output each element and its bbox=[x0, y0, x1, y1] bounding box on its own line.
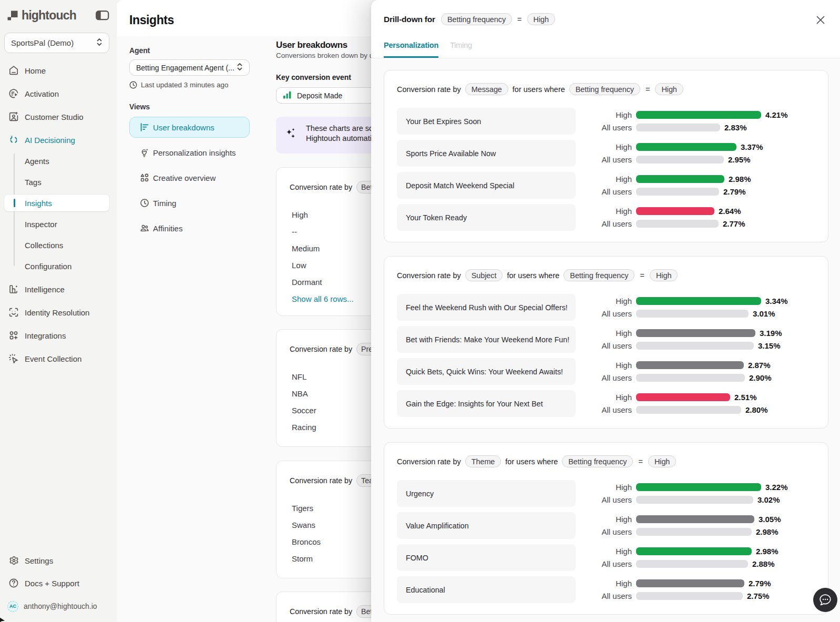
bar-series-label: All users bbox=[593, 405, 632, 414]
bar-series-label: High bbox=[593, 329, 632, 338]
bar-value: 3.05% bbox=[759, 515, 781, 524]
filter-value-pill[interactable]: High bbox=[648, 455, 676, 467]
sidebar-item-label: Intelligence bbox=[25, 285, 65, 294]
filter-value-pill[interactable]: High bbox=[650, 269, 678, 281]
sidebar-item-label: Inspector bbox=[25, 220, 57, 229]
sidebar-item-collections[interactable]: Collections bbox=[4, 237, 109, 253]
view-item-label: User breakdowns bbox=[153, 123, 214, 132]
drilldown-card: Conversion rate byThemefor users whereBe… bbox=[384, 442, 828, 615]
bar-value: 2.79% bbox=[749, 579, 771, 588]
bar-light bbox=[636, 310, 749, 318]
card-title-prefix: Conversion rate by bbox=[397, 271, 461, 280]
account-menu[interactable]: ACanthony@hightouch.io bbox=[4, 597, 109, 616]
bar-series-label: High bbox=[593, 483, 632, 492]
breakdowns-subtitle: Conversions broken down by user bbox=[276, 52, 383, 59]
sidebar-item-docs-support[interactable]: Docs + Support bbox=[4, 574, 109, 593]
dimension-pill[interactable]: Theme bbox=[465, 455, 501, 467]
bar-value: 2.98% bbox=[729, 175, 751, 183]
account-email: anthony@hightouch.io bbox=[24, 602, 97, 610]
sparkles-icon bbox=[285, 128, 297, 142]
filter-field-pill[interactable]: Betting frequency bbox=[564, 269, 634, 281]
bar-value: 2.95% bbox=[728, 155, 751, 164]
filter-value-pill[interactable]: High bbox=[655, 83, 683, 95]
bar-light bbox=[636, 124, 720, 131]
filter-value-pill: High bbox=[527, 13, 555, 25]
sidebar-item-label: Home bbox=[25, 66, 46, 75]
sidebar-item-tags[interactable]: Tags bbox=[4, 174, 109, 190]
sidebar-item-event-collection[interactable]: Event Collection bbox=[4, 349, 109, 368]
view-item-user-breakdowns[interactable]: User breakdowns bbox=[129, 117, 250, 138]
drilldown-drawer: Drill-down for Betting frequency = High … bbox=[371, 0, 840, 622]
bar-green bbox=[636, 483, 761, 491]
sidebar-item-customer-studio[interactable]: Customer Studio bbox=[4, 107, 109, 126]
bar-gray bbox=[636, 579, 744, 587]
help-icon bbox=[8, 578, 19, 588]
integrations-icon bbox=[8, 330, 19, 341]
close-icon[interactable] bbox=[816, 15, 825, 25]
bar-value: 2.98% bbox=[756, 527, 778, 536]
sidebar-item-label: Agents bbox=[25, 157, 49, 166]
card-title: Conversion rate by bbox=[290, 183, 352, 191]
sidebar-item-configuration[interactable]: Configuration bbox=[4, 258, 109, 274]
sidebar-item-activation[interactable]: Activation bbox=[4, 84, 109, 103]
bar-value: 3.01% bbox=[753, 309, 775, 318]
sidebar-item-ai-decisioning[interactable]: AI Decisioning bbox=[4, 130, 109, 149]
bar-green bbox=[636, 143, 736, 151]
bar-value: 3.02% bbox=[757, 495, 780, 504]
card-title: Conversion rate by bbox=[290, 476, 352, 485]
sidebar-item-intelligence[interactable]: Intelligence bbox=[4, 280, 109, 299]
sidebar-item-insights[interactable]: Insights bbox=[4, 195, 109, 211]
view-item-affinities[interactable]: Affinities bbox=[129, 218, 250, 239]
sidebar-item-settings[interactable]: Settings bbox=[4, 551, 109, 570]
bar-light bbox=[636, 374, 745, 382]
sidebar-item-label: Tags bbox=[25, 178, 42, 187]
bar-value: 2.79% bbox=[723, 187, 746, 196]
drilldown-row: Gain the Edge: Insights for Your Next Be… bbox=[397, 390, 828, 417]
sidebar-item-integrations[interactable]: Integrations bbox=[4, 326, 109, 345]
sidebar-item-agents[interactable]: Agents bbox=[4, 152, 109, 169]
bar-series-label: All users bbox=[593, 495, 632, 504]
bar-series-label: All users bbox=[593, 373, 632, 382]
bar-series-label: All users bbox=[593, 592, 632, 600]
view-item-timing[interactable]: Timing bbox=[129, 192, 250, 213]
sidebar-item-identity-resolution[interactable]: Identity Resolution bbox=[4, 303, 109, 322]
card-title: Conversion rate by bbox=[290, 345, 352, 353]
chat-bubble-button[interactable] bbox=[813, 588, 837, 612]
equals-sign: = bbox=[638, 457, 642, 466]
filter-field-pill[interactable]: Betting frequency bbox=[562, 455, 633, 467]
breakdowns-title: User breakdowns bbox=[276, 40, 347, 50]
gear-icon bbox=[8, 555, 19, 566]
key-conversion-event-value: Deposit Made bbox=[297, 91, 342, 100]
bar-light bbox=[636, 156, 724, 164]
sidebar-item-label: Configuration bbox=[25, 262, 71, 271]
dimension-pill[interactable]: Subject bbox=[465, 269, 503, 281]
bar-value: 2.83% bbox=[724, 123, 747, 132]
sidebar-item-home[interactable]: Home bbox=[4, 61, 109, 80]
view-item-personalization-insights[interactable]: Personalization insights bbox=[129, 142, 250, 163]
bar-series-label: High bbox=[593, 547, 632, 556]
mouse-cursor bbox=[0, 615, 6, 622]
sidebar-item-inspector[interactable]: Inspector bbox=[4, 216, 109, 232]
view-item-creative-overview[interactable]: Creative overview bbox=[129, 167, 250, 188]
bar-light bbox=[636, 528, 752, 536]
drilldown-row: UrgencyHigh3.22%All users3.02% bbox=[397, 480, 828, 507]
dimension-pill[interactable]: Message bbox=[465, 83, 508, 95]
bar-value: 3.34% bbox=[765, 297, 788, 305]
chevron-updown-icon bbox=[237, 63, 243, 73]
sidebar-item-label: Settings bbox=[25, 556, 53, 565]
bar-series-label: High bbox=[593, 175, 632, 183]
tab-timing[interactable]: Timing bbox=[450, 41, 472, 58]
sidebar-item-label: Collections bbox=[25, 241, 63, 250]
agent-select[interactable]: Betting Engagement Agent (... bbox=[129, 59, 250, 76]
bar-green bbox=[636, 297, 761, 305]
page-title: Insights bbox=[129, 13, 174, 27]
sidebar-item-label: Docs + Support bbox=[25, 579, 79, 588]
filter-field-pill[interactable]: Betting frequency bbox=[569, 83, 640, 95]
card-title: Conversion rate by bbox=[290, 607, 352, 616]
chat-bubble-icon bbox=[818, 593, 832, 607]
sidebar-item-label: Identity Resolution bbox=[25, 308, 89, 317]
identity-resolution-icon bbox=[8, 307, 19, 318]
drilldown-row: Sports Price Available NowHigh3.37%All u… bbox=[397, 140, 828, 167]
drilldown-row: Quick Bets, Quick Wins: Your Weekend Awa… bbox=[397, 358, 828, 385]
tab-personalization[interactable]: Personalization bbox=[384, 41, 438, 58]
